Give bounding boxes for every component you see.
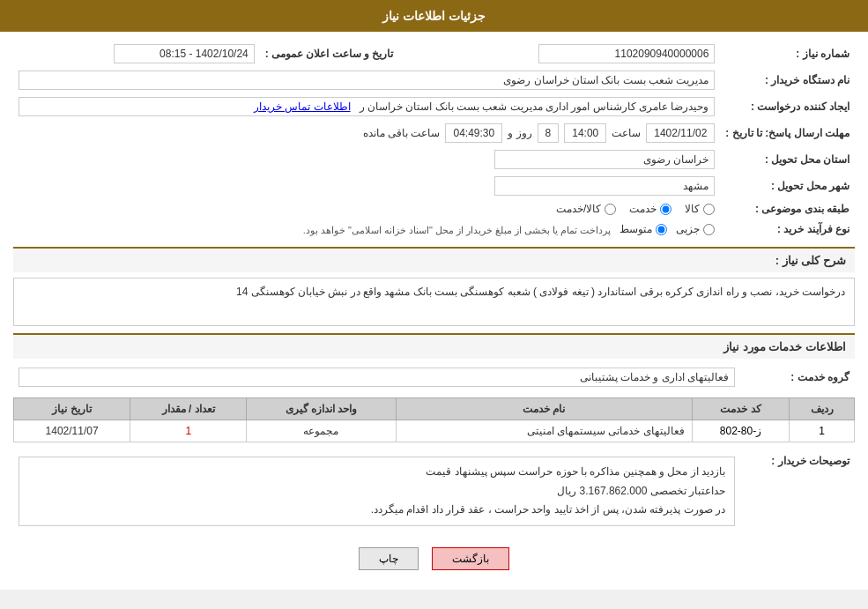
sharh-section-title: شرح کلی نیاز : (13, 247, 855, 272)
row-ostan: استان محل تحویل : خراسان رضوی (13, 146, 855, 173)
mohlat-label: مهلت ارسال پاسخ: تا تاریخ : (720, 120, 855, 146)
th-nam: نام خدمت (396, 398, 692, 420)
shahr-value: مشهد (494, 176, 715, 196)
radio-kala-khedmat-label: کالا/خدمت (556, 203, 601, 215)
nam-dastgah-label: نام دستگاه خریدار : (720, 67, 855, 93)
rooz-box: 8 (538, 123, 560, 143)
page-header: جزئیات اطلاعات نیاز (0, 0, 868, 32)
row-noe-farayand: نوع فرآیند خرید : جزیی متوسط پرداخت تمام… (13, 219, 855, 240)
ijad-konande-value: وحیدرضا عامری کارشناس امور اداری مدیریت … (19, 97, 715, 116)
ijad-konande-label: ایجاد کننده درخواست : (720, 93, 855, 120)
ostan-value: خراسان رضوی (494, 150, 715, 169)
sharh-label: شرح کلی نیاز : (775, 254, 846, 267)
th-tarikh: تاریخ نیاز (14, 398, 130, 420)
tossif-label: توصیحات خریدار : (740, 449, 855, 530)
tabaqeh-radio-group: کالا خدمت کالا/خدمت (19, 203, 715, 215)
tarikh-box: 1402/11/02 (646, 123, 715, 143)
shomare-niaz-value: 1102090940000006 (538, 44, 715, 63)
rooz-label: روز و (508, 127, 531, 139)
row-shahr: شهر محل تحویل : مشهد (13, 173, 855, 199)
cell-tarikh: 1402/11/07 (14, 420, 130, 442)
ijad-konande-text: وحیدرضا عامری کارشناس امور اداری مدیریت … (360, 100, 709, 113)
shahr-label: شهر محل تحویل : (720, 173, 855, 199)
th-tedad: تعداد / مقدار (130, 398, 247, 420)
services-table-head: ردیف کد خدمت نام خدمت واحد اندازه گیری ت… (14, 398, 855, 420)
tabaqeh-khedmat: خدمت (629, 203, 671, 215)
ostan-label: استان محل تحویل : (720, 146, 855, 173)
radio-motavaset-label: متوسط (619, 223, 652, 235)
row-shomare-tarikh: شماره نیاز : 1102090940000006 تاریخ و سا… (13, 41, 855, 67)
radio-motavaset[interactable] (656, 224, 667, 235)
info-table: شماره نیاز : 1102090940000006 تاریخ و سا… (13, 41, 855, 240)
services-table: ردیف کد خدمت نام خدمت واحد اندازه گیری ت… (13, 397, 855, 442)
tabaqeh-kala-khedmat: کالا/خدمت (556, 203, 616, 215)
sharh-value: درخواست خرید، نصب و راه اندازی کرکره برق… (13, 278, 855, 326)
cell-kod: ز-80-802 (692, 420, 789, 442)
groupe-khedmat-table: گروه خدمت : فعالیتهای اداری و خدمات پشتی… (13, 364, 855, 390)
row-ijad-konande: ایجاد کننده درخواست : وحیدرضا عامری کارش… (13, 93, 855, 120)
radio-kala[interactable] (703, 204, 715, 215)
nam-dastgah-value: مدیریت شعب بست بانک استان خراسان رضوی (19, 71, 715, 90)
radio-khedmat[interactable] (660, 204, 671, 215)
row-nam-dastgah: نام دستگاه خریدار : مدیریت شعب بست بانک … (13, 67, 855, 93)
contact-link[interactable]: اطلاعات تماس خریدار (254, 100, 351, 113)
cell-tedad: 1 (130, 420, 247, 442)
noe-farayand-row: جزیی متوسط پرداخت تمام یا بخشی از مبلغ خ… (19, 222, 715, 236)
groupe-khedmat-label: گروه خدمت : (740, 364, 855, 390)
saat-box: 14:00 (564, 123, 606, 143)
th-vahed: واحد اندازه گیری (247, 398, 396, 420)
radio-kala-khedmat[interactable] (605, 204, 616, 215)
page-container: جزئیات اطلاعات نیاز شماره نیاز : 1102090… (0, 0, 868, 590)
main-content: شماره نیاز : 1102090940000006 تاریخ و سا… (0, 32, 868, 590)
row-mohlat: مهلت ارسال پاسخ: تا تاریخ : 1402/11/02 س… (13, 120, 855, 146)
tarikh-elaan-label: تاریخ و ساعت اعلان عمومی : (260, 41, 399, 67)
farayand-note: پرداخت تمام یا بخشی از مبلغ خریدار از مح… (303, 225, 612, 236)
row-groupe-khedmat: گروه خدمت : فعالیتهای اداری و خدمات پشتی… (13, 364, 855, 390)
services-table-body: 1 ز-80-802 فعالیتهای خدماتی سیستمهای امن… (14, 420, 855, 442)
radio-jozei-label: جزیی (676, 223, 700, 235)
tossif-table: توصیحات خریدار : بازدید از محل و همچنین … (13, 449, 855, 530)
th-radif: ردیف (790, 398, 855, 420)
tossif-value: بازدید از محل و همچنین مذاکره با حوزه حر… (19, 457, 735, 526)
cell-radif: 1 (790, 420, 855, 442)
tabaqeh-label: طبقه بندی موضوعی : (720, 199, 855, 219)
shomare-niaz-label: شماره نیاز : (720, 41, 855, 67)
button-row: بازگشت چاپ (13, 537, 855, 581)
khadamat-section-title: اطلاعات خدمات مورد نیاز (13, 333, 855, 359)
back-button[interactable]: بازگشت (432, 547, 509, 570)
radio-jozei[interactable] (703, 224, 715, 235)
groupe-khedmat-value: فعالیتهای اداری و خدمات پشتیبانی (19, 368, 735, 387)
th-kod: کد خدمت (692, 398, 789, 420)
khadamat-label: اطلاعات خدمات مورد نیاز (723, 340, 846, 353)
farayand-motavaset: متوسط (619, 223, 667, 235)
remain-label: ساعت باقی مانده (363, 127, 441, 139)
row-tossif: توصیحات خریدار : بازدید از محل و همچنین … (13, 449, 855, 530)
remain-time-box: 04:49:30 (445, 123, 502, 143)
tossif-text: بازدید از محل و همچنین مذاکره با حوزه حر… (371, 465, 725, 516)
cell-vahed: مجموعه (247, 420, 396, 442)
cell-nam: فعالیتهای خدماتی سیستمهای امنیتی (396, 420, 692, 442)
page-title: جزئیات اطلاعات نیاز (382, 9, 486, 23)
table-row: 1 ز-80-802 فعالیتهای خدماتی سیستمهای امن… (14, 420, 855, 442)
noe-farayand-label: نوع فرآیند خرید : (720, 219, 855, 240)
services-header-row: ردیف کد خدمت نام خدمت واحد اندازه گیری ت… (14, 398, 855, 420)
print-button[interactable]: چاپ (359, 547, 419, 570)
radio-khedmat-label: خدمت (629, 203, 657, 215)
saat-label: ساعت (612, 127, 641, 139)
farayand-jozei: جزیی (676, 223, 715, 235)
radio-kala-label: کالا (685, 203, 700, 215)
row-tabaqeh: طبقه بندی موضوعی : کالا خدمت (13, 199, 855, 219)
tabaqeh-kala: کالا (685, 203, 715, 215)
tarikh-elaan-value: 1402/10/24 - 08:15 (114, 44, 255, 63)
mohlat-date-row: 1402/11/02 ساعت 14:00 8 روز و 04:49:30 س… (19, 123, 715, 143)
